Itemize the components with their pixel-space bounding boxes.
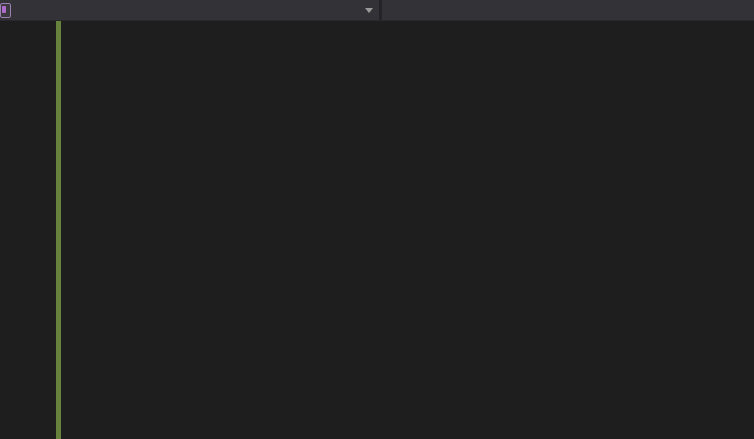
change-tracking-bar — [56, 20, 61, 439]
code-editor[interactable] — [0, 20, 754, 439]
member-scope-dropdown[interactable] — [382, 0, 754, 20]
chevron-down-icon — [365, 8, 373, 13]
file-scope-dropdown[interactable] — [0, 0, 379, 20]
cpp-file-icon — [0, 3, 11, 18]
navigation-bar — [0, 0, 754, 21]
